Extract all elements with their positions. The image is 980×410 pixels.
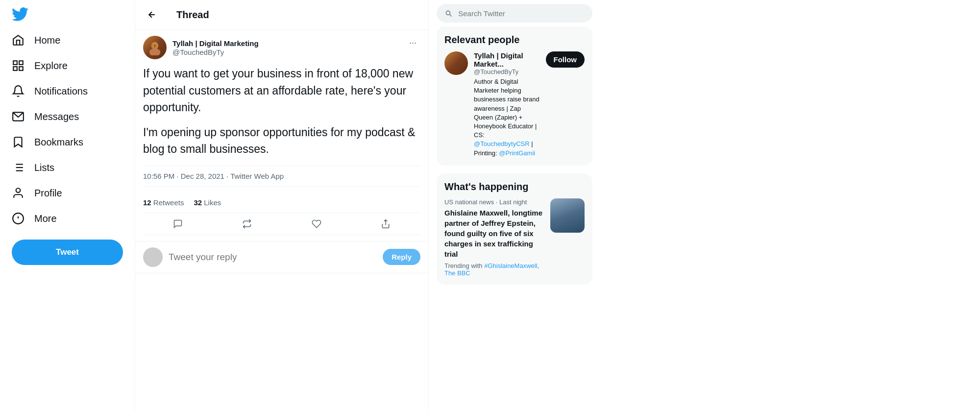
svg-text:T: T (154, 44, 156, 48)
sidebar-item-profile-label: Profile (34, 188, 62, 199)
reply-action-button[interactable] (169, 215, 187, 233)
likes-label: Likes (204, 198, 221, 207)
svg-point-11 (16, 188, 21, 193)
news-image-placeholder (550, 198, 585, 233)
tweet-body-line2: I'm opening up sponsor opportunities for… (143, 124, 420, 158)
bell-icon (12, 85, 24, 97)
news-image (550, 198, 585, 233)
search-input[interactable] (458, 9, 585, 18)
person-bio: Author & Digital Marketer helping busine… (474, 77, 540, 158)
person-icon (12, 187, 24, 199)
share-icon (381, 219, 391, 229)
sidebar-item-explore-label: Explore (34, 60, 68, 72)
whats-happening-title: What's happening (444, 181, 585, 193)
person-handle[interactable]: @TouchedByTy (474, 68, 540, 75)
news-category: US national news · Last night (444, 198, 544, 206)
back-arrow-icon (147, 10, 157, 20)
right-sidebar: Relevant people Tyllah | Digital Market.… (429, 0, 600, 410)
sidebar-item-bookmarks-label: Bookmarks (34, 137, 83, 148)
like-action-button[interactable] (308, 215, 325, 233)
reply-avatar (143, 247, 163, 267)
sidebar-item-more[interactable]: More (6, 206, 129, 231)
sidebar-item-notifications-label: Notifications (34, 86, 88, 97)
sidebar-item-explore[interactable]: Explore (6, 53, 129, 78)
avatar-placeholder-icon: T (147, 40, 163, 55)
sidebar-item-messages-label: Messages (34, 111, 79, 122)
sidebar-item-notifications[interactable]: Notifications (6, 79, 129, 103)
tweet-button[interactable]: Tweet (12, 240, 123, 265)
sidebar-item-more-label: More (34, 213, 57, 224)
tweet-meta: 10:56 PM · Dec 28, 2021 · Twitter Web Ap… (143, 166, 420, 187)
news-headline[interactable]: Ghislaine Maxwell, longtime partner of J… (444, 208, 544, 259)
svg-rect-2 (19, 67, 23, 71)
tweet-author-row: T Tyllah | Digital Marketing @TouchedByT… (143, 36, 420, 59)
mail-icon (12, 110, 24, 123)
list-icon (12, 161, 24, 174)
sidebar-item-home-label: Home (34, 35, 60, 46)
svg-rect-0 (13, 61, 17, 65)
thread-title: Thread (176, 9, 209, 21)
left-sidebar: Home Explore Notifications Messages Book… (0, 0, 135, 410)
relevant-people-section: Relevant people Tyllah | Digital Market.… (437, 26, 592, 166)
person-bio-link2[interactable]: @PrintGamii (499, 149, 535, 157)
relevant-people-title: Relevant people (444, 34, 585, 46)
news-row: US national news · Last night Ghislaine … (444, 198, 585, 277)
sidebar-item-home[interactable]: Home (6, 28, 129, 52)
author-details: Tyllah | Digital Marketing @TouchedByTy (172, 39, 259, 57)
reply-button[interactable]: Reply (383, 249, 420, 265)
news-trending: Trending with #GhislaineMaxwell, The BBC (444, 262, 544, 277)
reply-icon (173, 219, 183, 229)
search-bar (437, 0, 592, 26)
tweet-body-line1: If you want to get your business in fron… (143, 65, 420, 116)
tweet-actions (143, 213, 420, 235)
sidebar-item-lists[interactable]: Lists (6, 155, 129, 180)
likes-count: 32 (194, 198, 202, 207)
sidebar-item-profile[interactable]: Profile (6, 181, 129, 205)
likes-stats[interactable]: 32 Likes (194, 198, 221, 207)
reply-input[interactable] (169, 252, 377, 263)
retweet-count: 12 (143, 198, 151, 207)
thread-header: Thread (135, 0, 428, 30)
news-trending-link2[interactable]: The BBC (444, 269, 470, 277)
search-input-wrapper (437, 4, 592, 23)
sidebar-item-messages[interactable]: Messages (6, 104, 129, 129)
heart-icon (312, 219, 321, 229)
tweet-stats: 12 Retweets 32 Likes (143, 193, 420, 213)
person-row: Tyllah | Digital Market... @TouchedByTy … (444, 51, 585, 158)
news-info: US national news · Last night Ghislaine … (444, 198, 544, 277)
author-handle[interactable]: @TouchedByTy (172, 48, 259, 56)
bookmark-icon (12, 136, 24, 148)
retweet-action-button[interactable] (238, 215, 256, 233)
share-action-button[interactable] (377, 215, 394, 233)
person-info: Tyllah | Digital Market... @TouchedByTy … (474, 51, 540, 158)
person-bio-link1[interactable]: @TouchedbytyCSR (474, 140, 530, 147)
person-name[interactable]: Tyllah | Digital Market... (474, 51, 540, 68)
search-icon (444, 9, 452, 18)
tweet-body: If you want to get your business in fron… (143, 65, 420, 158)
explore-icon (12, 59, 24, 72)
back-button[interactable] (143, 6, 161, 24)
avatar[interactable]: T (143, 36, 167, 59)
svg-rect-1 (19, 61, 23, 65)
svg-rect-3 (13, 67, 17, 71)
twitter-logo[interactable] (6, 0, 129, 26)
whats-happening-section: What's happening US national news · Last… (437, 173, 592, 285)
home-icon (12, 34, 24, 47)
reply-area: Reply (135, 241, 428, 273)
twitter-bird-icon (12, 6, 28, 23)
retweet-label: Retweets (153, 198, 184, 207)
tweet-container: T Tyllah | Digital Marketing @TouchedByT… (135, 30, 428, 241)
svg-point-17 (149, 48, 160, 55)
main-content: Thread T Tyllah | Digital Marketin (135, 0, 429, 410)
retweet-stats[interactable]: 12 Retweets (143, 198, 184, 207)
more-circle-icon (12, 212, 24, 225)
person-avatar[interactable] (444, 51, 468, 75)
news-trending-link1[interactable]: #GhislaineMaxwell (484, 262, 537, 269)
tweet-more-button[interactable]: ··· (405, 36, 420, 50)
retweet-icon (242, 219, 252, 229)
follow-button[interactable]: Follow (546, 51, 585, 68)
sidebar-item-lists-label: Lists (34, 162, 54, 173)
author-name[interactable]: Tyllah | Digital Marketing (172, 39, 259, 48)
tweet-author-info: T Tyllah | Digital Marketing @TouchedByT… (143, 36, 259, 59)
sidebar-item-bookmarks[interactable]: Bookmarks (6, 130, 129, 154)
